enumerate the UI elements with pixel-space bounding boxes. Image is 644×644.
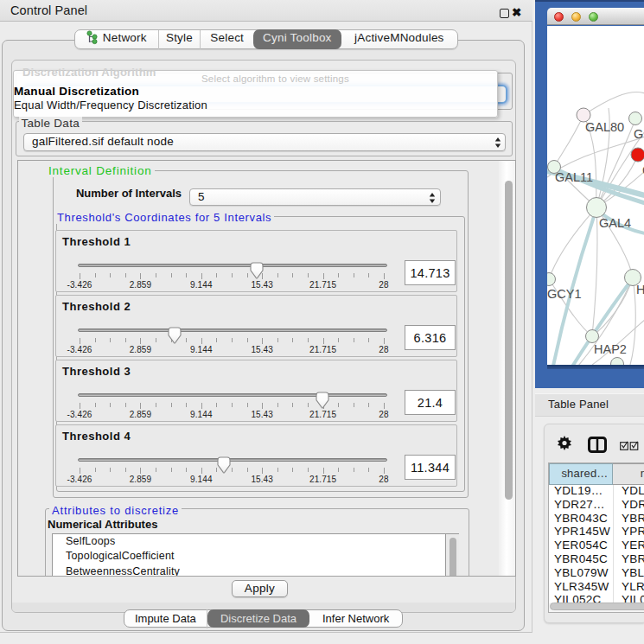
svg-text:G.: G. xyxy=(634,127,644,141)
svg-text:GAL80: GAL80 xyxy=(585,120,624,134)
svg-text:GCY1: GCY1 xyxy=(547,287,582,301)
svg-text:GAL11: GAL11 xyxy=(555,170,593,184)
svg-text:HAP2: HAP2 xyxy=(594,342,627,356)
svg-text:H: H xyxy=(636,283,644,296)
svg-text:GAL4: GAL4 xyxy=(599,216,631,230)
